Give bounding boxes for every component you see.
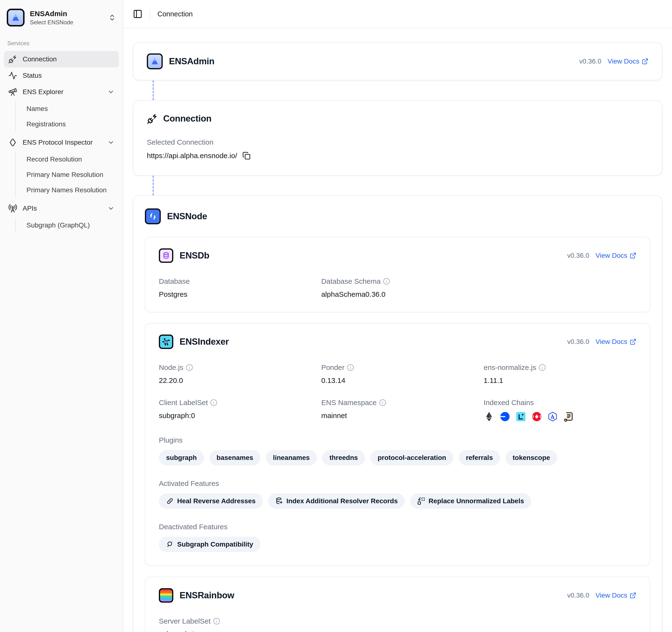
connection-card: Connection Selected Connection https://a… <box>133 100 663 176</box>
bandage-icon <box>166 497 174 505</box>
external-link-icon <box>630 592 637 599</box>
sidebar-item-primary-name-resolution[interactable]: Primary Name Resolution <box>23 167 119 183</box>
selected-connection-label: Selected Connection <box>147 138 648 146</box>
ensadmin-card: ENSAdmin v0.36.0 View Docs <box>133 42 663 80</box>
info-icon[interactable] <box>210 399 217 406</box>
server-labelset-field: Server LabelSet subgraph:0 <box>159 617 312 632</box>
sidebar-item-status[interactable]: Status <box>4 67 119 84</box>
info-icon[interactable] <box>186 364 193 371</box>
sidebar-section-label: Services <box>4 29 119 51</box>
base-chain-icon <box>499 411 510 422</box>
scroll-chain-icon <box>563 411 574 422</box>
plug-zap-icon <box>147 113 158 124</box>
pyramid-glyph <box>150 56 160 66</box>
connection-card-title: Connection <box>163 114 211 124</box>
chevron-down-icon <box>107 139 115 146</box>
telescope-icon <box>8 87 17 97</box>
info-icon[interactable] <box>383 278 390 285</box>
connector-line <box>152 176 154 195</box>
field-label: Node.js <box>159 363 184 371</box>
ethereum-chain-icon <box>483 411 495 422</box>
sidebar-toggle-icon[interactable] <box>133 9 143 19</box>
ensindexer-view-docs-link[interactable]: View Docs <box>596 338 637 346</box>
field-value: alphaSchema0.36.0 <box>321 290 474 298</box>
sidebar-item-primary-names-resolution[interactable]: Primary Names Resolution <box>23 183 119 198</box>
ensdb-card-title: ENSDb <box>179 250 209 261</box>
feature-badge-heal-reverse-addresses: Heal Reverse Addresses <box>159 493 263 509</box>
plugin-badge: tokenscope <box>505 450 557 465</box>
ensnode-card: ENSNode <box>133 195 663 632</box>
circuit-glyph <box>162 337 170 346</box>
chevron-down-icon <box>107 205 115 212</box>
connector-line <box>152 80 154 100</box>
ens-namespace-field: ENS Namespace mainnet <box>321 398 474 422</box>
field-label: Database Schema <box>321 277 381 286</box>
sidebar-item-ens-explorer[interactable]: ENS Explorer <box>4 84 119 100</box>
ens-protocol-inspector-children: Record Resolution Primary Name Resolutio… <box>16 152 119 198</box>
field-value: mainnet <box>321 412 474 420</box>
sidebar-item-ens-protocol-inspector[interactable]: ENS Protocol Inspector <box>4 134 119 151</box>
feature-badge-subgraph-compatibility: Subgraph Compatibility <box>159 537 260 552</box>
content: ENSAdmin v0.36.0 View Docs Conn <box>123 28 672 632</box>
copy-icon[interactable] <box>242 152 250 160</box>
ensadmin-view-docs-link[interactable]: View Docs <box>607 57 648 65</box>
plugin-badge: lineanames <box>266 450 317 465</box>
plugin-badge: referrals <box>459 450 500 465</box>
sidebar-item-registrations[interactable]: Registrations <box>23 117 119 132</box>
sidebar-item-record-resolution[interactable]: Record Resolution <box>23 152 119 167</box>
activated-features-row: Heal Reverse Addresses Index Additional … <box>159 493 637 509</box>
plugins-row: subgraph basenames lineanames threedns p… <box>159 450 637 465</box>
ensdb-view-docs-link[interactable]: View Docs <box>596 252 637 260</box>
ensrainbow-card: ENSRainbow v0.36.0 View Docs <box>145 577 650 632</box>
ensdb-icon <box>159 248 173 263</box>
indexed-chains-icons <box>483 411 637 422</box>
sidebar-item-label: Connection <box>23 55 115 63</box>
activated-features-label: Activated Features <box>159 480 637 488</box>
sidebar-item-names[interactable]: Names <box>23 101 119 117</box>
info-icon[interactable] <box>213 617 220 625</box>
info-icon[interactable] <box>347 364 354 371</box>
ensnode-selector[interactable]: ENSAdmin Select ENSNode <box>4 6 119 29</box>
connection-url: https://api.alpha.ensnode.io/ <box>147 152 237 160</box>
ensindexer-version: v0.36.0 <box>567 338 589 346</box>
view-docs-label: View Docs <box>596 252 627 260</box>
ens-explorer-children: Names Registrations <box>16 101 119 132</box>
ensrainbow-view-docs-link[interactable]: View Docs <box>596 591 637 599</box>
ensindexer-card: ENSIndexer v0.36.0 View Docs <box>145 323 650 566</box>
plugin-badge: threedns <box>322 450 365 465</box>
apis-children: Subgraph (GraphQL) <box>16 218 119 233</box>
plug-zap-icon <box>8 55 17 64</box>
field-value: 0.13.14 <box>321 376 474 385</box>
topbar-divider <box>150 9 150 19</box>
ensadmin-logo-icon <box>147 53 163 69</box>
linea-chain-icon <box>515 411 526 422</box>
sidebar-nav: Connection Status ENS Explorer Names Reg… <box>4 51 119 235</box>
feature-label: Index Additional Resolver Records <box>286 497 398 505</box>
sidebar-item-subgraph-graphql[interactable]: Subgraph (GraphQL) <box>23 218 119 233</box>
ensadmin-logo-icon <box>7 9 25 26</box>
sidebar-item-apis[interactable]: APIs <box>4 200 119 217</box>
indexed-chains-field: Indexed Chains <box>483 398 637 422</box>
client-labelset-field: Client LabelSet subgraph:0 <box>159 398 312 422</box>
chevrons-up-down-icon[interactable] <box>108 14 116 21</box>
chevron-down-icon <box>107 88 115 96</box>
plugin-badge: basenames <box>209 450 261 465</box>
pyramid-glyph <box>10 12 21 23</box>
ensindexer-icon <box>159 335 173 349</box>
sidebar-item-label: ENS Protocol Inspector <box>23 139 102 146</box>
ens-diamond-icon <box>8 138 17 147</box>
info-icon[interactable] <box>539 364 546 371</box>
field-label: ENS Namespace <box>321 398 377 407</box>
view-docs-label: View Docs <box>596 338 627 346</box>
deactivated-features-label: Deactivated Features <box>159 523 637 531</box>
sidebar-item-connection[interactable]: Connection <box>4 51 119 67</box>
feature-badge-replace-unnormalized-labels: Replace Unnormalized Labels <box>410 493 531 509</box>
field-label: Client LabelSet <box>159 398 208 407</box>
database-glyph <box>162 251 170 260</box>
info-icon[interactable] <box>379 399 386 406</box>
ens-mark-glyph <box>148 212 158 221</box>
activity-icon <box>8 71 17 80</box>
app-subtitle: Select ENSNode <box>30 19 103 26</box>
main-area: Connection ENSAdmin v0.36.0 View Docs <box>123 0 672 632</box>
ensdb-card: ENSDb v0.36.0 View Docs <box>145 237 650 312</box>
